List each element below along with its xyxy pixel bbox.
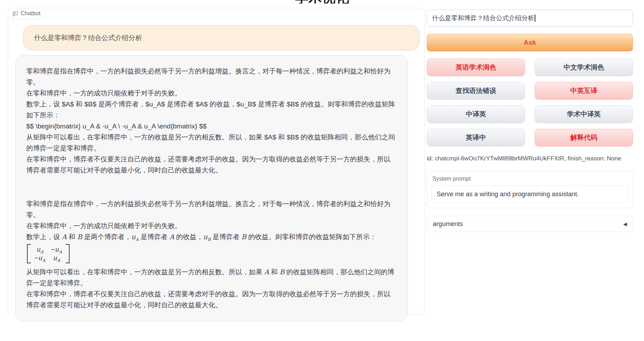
arguments-accordion[interactable]: arguments ◀ [427,216,633,232]
arguments-label: arguments [433,220,463,228]
message-list: 什么是零和博弈？结合公式介绍分析 零和博弈是指在博弈中，一方的利益损失必然等于另… [8,8,424,321]
btn-zh-to-en[interactable]: 中译英 [427,105,525,123]
control-panel: 什么是零和博弈？结合公式介绍分析 Ask 英语学术润色 中文学术润色 查找语法错… [427,10,633,232]
matrix-bracket-right-icon [66,244,70,263]
matrix-cell: uA [51,254,62,262]
matrix-formula: uA −uA −uA uA [27,244,70,263]
text-cursor [535,15,535,22]
system-prompt-value: Serve me as a writing and programming as… [437,191,579,198]
btn-find-grammar-errors[interactable]: 查找语法错误 [427,82,525,100]
ask-button[interactable]: Ask [427,34,633,51]
matrix-cell: −uA [34,254,45,262]
bot-raw-paragraph: 数学上，设 $A$ 和 $B$ 是两个博弈者，$u_A$ 是博弈者 $A$ 的收… [26,99,397,121]
btn-english-academic-polish[interactable]: 英语学术润色 [427,59,525,76]
chatbot-label: Chatbot [8,8,46,19]
paragraph-gap [26,176,397,198]
quick-action-grid: 英语学术润色 中文学术润色 查找语法错误 中英互译 中译英 学术中译英 英译中 … [427,59,633,147]
btn-explain-code[interactable]: 解释代码 [535,129,633,147]
btn-zh-en-mutual-translate[interactable]: 中英互译 [535,82,633,100]
bot-rendered-paragraph: 从矩阵中可以看出，在零和博弈中，一方的收益是另一方的相反数。所以，如果 A 和 … [26,266,397,288]
bot-rendered-paragraph: 数学上，设 A 和 B 是两个博弈者，uA 是博弈者 A 的收益，uB 是博弈者… [26,231,397,242]
bot-rendered-paragraph: 零和博弈是指在博弈中，一方的利益损失必然等于另一方的利益增益。换言之，对于每一种… [26,198,397,220]
bot-message-bubble: 零和博弈是指在博弈中，一方的利益损失必然等于另一方的利益增益。换言之，对于每一种… [15,55,408,321]
chatbot-panel: Chatbot 什么是零和博弈？结合公式介绍分析 零和博弈是指在博弈中，一方的利… [8,8,425,314]
system-prompt-input[interactable]: Serve me as a writing and programming as… [431,186,628,203]
matrix-cell: −uA [51,245,62,254]
bot-raw-paragraph: 零和博弈是指在博弈中，一方的利益损失必然等于另一方的利益增益。换言之，对于每一种… [26,66,397,88]
btn-chinese-academic-polish[interactable]: 中文学术润色 [535,59,633,76]
user-message-text: 什么是零和博弈？结合公式介绍分析 [34,34,142,42]
question-input[interactable]: 什么是零和博弈？结合公式介绍分析 [427,10,633,27]
response-id-status: id: chatcmpl-6wOo7KrYTwMl89lbrMWRu4UkFFX… [427,155,633,162]
system-prompt-label: System prompt [432,176,628,182]
bot-raw-paragraph: 在零和博弈中，博弈者不仅要关注自己的收益，还需要考虑对手的收益。因为一方取得的收… [26,154,397,176]
chatbot-label-text: Chatbot [21,10,40,17]
bot-rendered-paragraph: 在零和博弈中，博弈者不仅要关注自己的收益，还需要考虑对手的收益。因为一方取得的收… [26,288,397,310]
collapse-arrow-icon: ◀ [623,221,627,226]
bot-raw-paragraph: 在零和博弈中，一方的成功只能依赖于对手的失败。 [26,88,397,99]
bot-rendered-paragraph: 在零和博弈中，一方的成功只能依赖于对手的失败。 [26,220,397,231]
matrix-cell: uA [34,245,45,254]
chat-bubble-icon [12,11,18,17]
clipped-page-title: 学术优化 [0,0,644,4]
btn-en-to-zh[interactable]: 英译中 [427,129,525,147]
btn-academic-zh-to-en[interactable]: 学术中译英 [535,105,633,123]
user-message-bubble: 什么是零和博弈？结合公式介绍分析 [23,25,420,50]
bot-raw-paragraph: 从矩阵中可以看出，在零和博弈中，一方的收益是另一方的相反数。所以，如果 $A$ … [26,132,397,154]
system-prompt-box: System prompt Serve me as a writing and … [427,171,633,208]
matrix-bracket-left-icon [27,244,31,263]
matrix-cells: uA −uA −uA uA [31,244,66,263]
question-input-value: 什么是零和博弈？结合公式介绍分析 [432,15,534,22]
latex-source-line: $$ \begin{bmatrix} u_A & -u_A \ -u_A & u… [26,121,397,132]
